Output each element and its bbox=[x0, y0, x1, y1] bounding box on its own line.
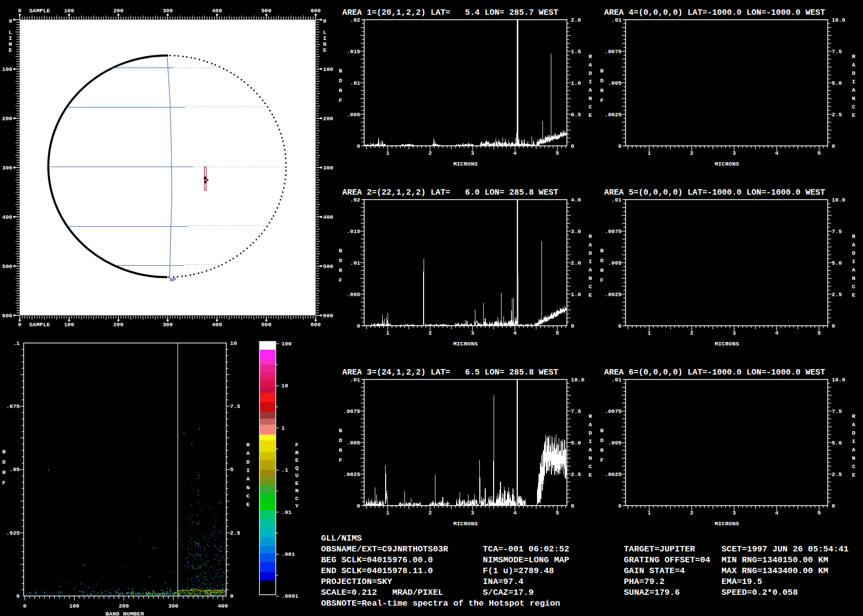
svg-text:MICRONS: MICRONS bbox=[453, 341, 478, 347]
svg-text:A: A bbox=[589, 267, 592, 273]
svg-text:0: 0 bbox=[357, 503, 360, 509]
svg-text:5.0: 5.0 bbox=[832, 260, 842, 266]
svg-text:B: B bbox=[339, 427, 342, 434]
svg-text:E: E bbox=[9, 47, 12, 53]
svg-text:4: 4 bbox=[775, 150, 778, 156]
svg-text:I: I bbox=[852, 258, 856, 265]
svg-text:.01: .01 bbox=[350, 376, 360, 383]
svg-text:100: 100 bbox=[282, 341, 292, 347]
svg-text:0: 0 bbox=[18, 7, 22, 14]
svg-text:1: 1 bbox=[386, 510, 390, 516]
svg-text:BEG SCLK=04015976.00.0: BEG SCLK=04015976.00.0 bbox=[321, 555, 433, 565]
svg-text:E: E bbox=[589, 112, 592, 118]
svg-text:D: D bbox=[339, 437, 342, 444]
svg-text:A: A bbox=[589, 62, 592, 68]
svg-text:B: B bbox=[600, 247, 604, 254]
svg-text:.025: .025 bbox=[6, 530, 20, 536]
svg-text:2: 2 bbox=[690, 510, 693, 516]
svg-text:0: 0 bbox=[571, 143, 575, 149]
svg-text:2: 2 bbox=[429, 330, 432, 336]
svg-text:E: E bbox=[247, 501, 250, 508]
svg-text:R: R bbox=[852, 413, 856, 419]
svg-text:5: 5 bbox=[230, 466, 234, 473]
svg-text:A: A bbox=[589, 421, 592, 428]
svg-text:100: 100 bbox=[64, 321, 74, 328]
svg-text:400: 400 bbox=[2, 214, 12, 220]
svg-text:200: 200 bbox=[113, 321, 124, 328]
svg-text:OBSNOTE=Real-time spectra of t: OBSNOTE=Real-time spectra of the Hotspot… bbox=[321, 599, 560, 608]
svg-text:PHA=79.2: PHA=79.2 bbox=[624, 577, 665, 586]
svg-text:C: C bbox=[852, 283, 856, 290]
svg-text:.0025: .0025 bbox=[605, 471, 622, 478]
svg-text:D: D bbox=[247, 459, 250, 465]
svg-text:TARGET=JUPITER: TARGET=JUPITER bbox=[624, 545, 695, 554]
svg-text:0: 0 bbox=[571, 323, 575, 329]
svg-text:.015: .015 bbox=[347, 48, 360, 55]
svg-text:TCA=-001 06:02:52: TCA=-001 06:02:52 bbox=[483, 545, 569, 554]
svg-text:2: 2 bbox=[690, 330, 693, 336]
svg-text:D: D bbox=[589, 430, 592, 436]
svg-text:7.5: 7.5 bbox=[571, 408, 581, 414]
svg-text:.01: .01 bbox=[611, 17, 622, 23]
svg-text:R: R bbox=[852, 233, 856, 240]
svg-text:100: 100 bbox=[323, 66, 333, 72]
svg-text:200: 200 bbox=[113, 7, 124, 14]
svg-text:C: C bbox=[589, 103, 592, 110]
svg-text:0: 0 bbox=[9, 18, 12, 24]
svg-text:D: D bbox=[600, 77, 604, 84]
svg-text:PROJECTION=SKY: PROJECTION=SKY bbox=[321, 577, 393, 586]
svg-text:AREA 6=(0,0,0,0) LAT=-1000.0 L: AREA 6=(0,0,0,0) LAT=-1000.0 LON=-1000.0… bbox=[604, 368, 825, 377]
svg-text:F: F bbox=[600, 457, 604, 463]
svg-text:N: N bbox=[295, 487, 299, 494]
svg-text:S/CAZ=17.9: S/CAZ=17.9 bbox=[483, 588, 534, 597]
svg-text:0: 0 bbox=[618, 323, 622, 329]
svg-text:4: 4 bbox=[775, 330, 778, 336]
svg-text:.1: .1 bbox=[13, 340, 20, 346]
svg-text:0.5: 0.5 bbox=[571, 111, 581, 118]
svg-text:GLL/NIMS: GLL/NIMS bbox=[321, 534, 362, 543]
svg-text:I: I bbox=[589, 258, 592, 265]
svg-text:R: R bbox=[339, 447, 342, 453]
svg-text:E: E bbox=[852, 112, 856, 118]
svg-text:N: N bbox=[852, 455, 856, 461]
svg-text:10.0: 10.0 bbox=[832, 376, 846, 383]
svg-text:1: 1 bbox=[386, 150, 390, 156]
svg-text:10.0: 10.0 bbox=[832, 17, 846, 23]
svg-text:R: R bbox=[600, 87, 604, 94]
svg-text:E: E bbox=[323, 47, 326, 53]
svg-text:4.0: 4.0 bbox=[571, 197, 581, 203]
svg-text:100: 100 bbox=[69, 603, 79, 609]
svg-text:E: E bbox=[295, 457, 299, 463]
svg-text:A: A bbox=[852, 87, 856, 93]
svg-text:D: D bbox=[600, 437, 604, 444]
svg-text:B: B bbox=[2, 448, 6, 455]
svg-text:.005: .005 bbox=[608, 80, 622, 86]
svg-text:.02: .02 bbox=[350, 197, 360, 203]
svg-text:MIN RNG=1340150.00 KM: MIN RNG=1340150.00 KM bbox=[721, 555, 828, 565]
svg-text:AREA 5=(0,0,0,0) LAT=-1000.0 L: AREA 5=(0,0,0,0) LAT=-1000.0 LON=-1000.0… bbox=[604, 188, 825, 197]
svg-text:5.0: 5.0 bbox=[571, 440, 581, 446]
svg-text:MICRONS: MICRONS bbox=[715, 520, 739, 527]
svg-text:.0025: .0025 bbox=[605, 111, 622, 118]
svg-text:E: E bbox=[589, 472, 592, 478]
svg-text:D: D bbox=[852, 250, 856, 256]
svg-text:3: 3 bbox=[471, 150, 474, 156]
svg-text:.05: .05 bbox=[9, 466, 20, 473]
svg-text:5: 5 bbox=[818, 150, 821, 156]
svg-text:C: C bbox=[852, 103, 856, 110]
svg-text:AREA 1=(20,1,2,2) LAT= 5.4 L: AREA 1=(20,1,2,2) LAT= 5.4 LON= 285.7 WE… bbox=[342, 8, 558, 17]
svg-text:F: F bbox=[295, 442, 299, 448]
svg-text:C: C bbox=[852, 463, 856, 470]
svg-text:SCET=1997 JUN 26 05:54:41: SCET=1997 JUN 26 05:54:41 bbox=[721, 545, 849, 554]
svg-text:A: A bbox=[589, 241, 592, 248]
svg-text:2.5: 2.5 bbox=[832, 471, 842, 478]
svg-text:F: F bbox=[339, 277, 342, 283]
svg-text:.0025: .0025 bbox=[605, 291, 622, 298]
svg-text:MICRONS: MICRONS bbox=[453, 161, 478, 167]
svg-text:1.0: 1.0 bbox=[571, 291, 581, 298]
svg-text:400: 400 bbox=[217, 603, 228, 609]
svg-text:SAMPLE: SAMPLE bbox=[29, 321, 50, 328]
svg-text:0: 0 bbox=[832, 323, 835, 329]
svg-text:F: F bbox=[600, 277, 604, 283]
svg-text:E: E bbox=[852, 292, 856, 298]
